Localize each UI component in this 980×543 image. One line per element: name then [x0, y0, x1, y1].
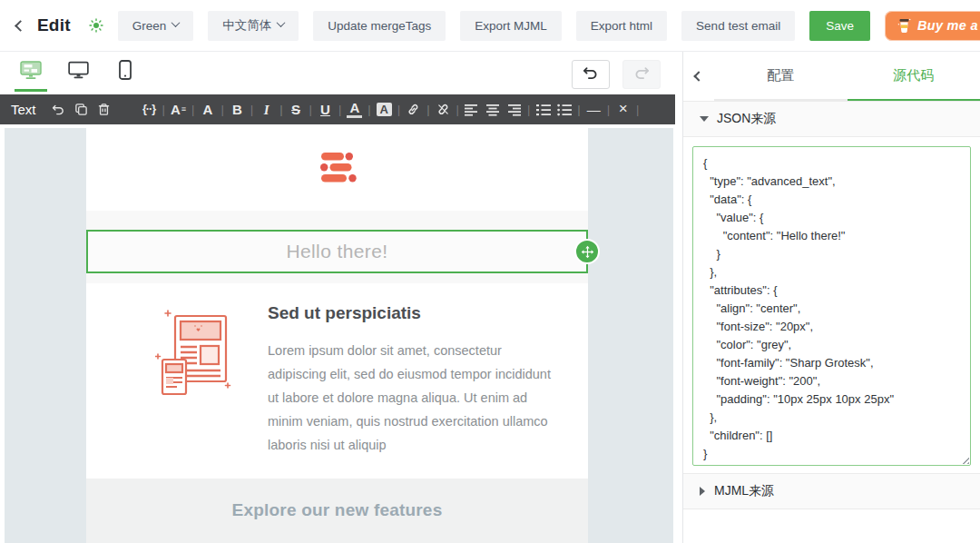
json-source-section-header[interactable]: JSON来源 [683, 101, 980, 137]
export-html-button[interactable]: Export html [576, 11, 667, 41]
collapse-panel-button[interactable] [683, 52, 714, 101]
desktop-icon [68, 61, 89, 83]
update-mergetags-button[interactable]: Update mergeTags [313, 11, 446, 41]
json-source-body: { "type": "advanced_text", "data": { "va… [683, 137, 980, 466]
redo-icon [633, 65, 650, 84]
close-toolbar-icon[interactable]: × [615, 100, 631, 118]
font-size-icon[interactable]: A≡ [171, 102, 186, 118]
editor-subbar [0, 52, 682, 94]
undo-icon [583, 65, 599, 84]
device-tabs [7, 52, 149, 94]
caret-down-icon [700, 116, 709, 122]
caret-right-icon [700, 487, 705, 496]
editor-icon [20, 61, 43, 84]
block-undo-icon[interactable] [52, 103, 65, 116]
bold-icon[interactable]: B [230, 102, 245, 118]
align-right-icon[interactable] [506, 104, 522, 116]
section-padding-strip[interactable] [86, 211, 588, 230]
brand-logo [317, 153, 358, 186]
italic-icon[interactable]: I [259, 102, 274, 118]
email-content-column: Hello there! [86, 128, 588, 543]
mjml-source-section-header[interactable]: MJML来源 [683, 473, 980, 509]
text-color-icon[interactable]: A [347, 101, 362, 118]
feature-body-text: Lorem ipsum dolor sit amet, consectetur … [268, 339, 551, 457]
underline-icon[interactable]: U [318, 102, 333, 118]
link-icon[interactable] [406, 103, 421, 116]
text-format-toolbar: Text {··} | A≡ | A | B | I | S | U | A |… [0, 94, 675, 124]
page-title: Edit [37, 15, 71, 35]
redo-button[interactable] [622, 60, 661, 89]
tab-configuration[interactable]: 配置 [714, 52, 848, 101]
strikethrough-icon[interactable]: S [289, 102, 304, 118]
feature-title: Sed ut perspiciatis [268, 303, 551, 323]
move-arrows-icon [581, 245, 594, 259]
save-button[interactable]: Save [809, 11, 870, 41]
buy-me-a-coffee-button[interactable]: Buy me a coffee [885, 11, 980, 41]
merge-tags-icon[interactable]: {··} [142, 103, 157, 116]
block-type-label: Text [11, 102, 36, 117]
chevron-down-icon [172, 18, 181, 27]
chevron-left-icon [15, 20, 26, 32]
back-button[interactable] [16, 22, 24, 30]
block-copy-icon[interactable] [74, 103, 88, 116]
align-left-icon[interactable] [465, 104, 480, 116]
tab-editor[interactable] [7, 52, 54, 92]
theme-sun-icon [89, 18, 103, 33]
settings-panel: 配置 源代码 JSON来源 { "type": "advanced_text",… [682, 52, 980, 543]
undo-button[interactable] [572, 60, 610, 89]
tab-source-code[interactable]: 源代码 [848, 52, 980, 101]
newsletter-illustration [155, 307, 233, 398]
logo-section[interactable] [86, 128, 588, 211]
panel-tabs: 配置 源代码 [683, 52, 980, 101]
theme-select[interactable]: Green [118, 11, 194, 41]
horizontal-line-icon[interactable]: — [586, 102, 602, 118]
section-padding-strip[interactable] [86, 273, 588, 283]
json-source-textarea[interactable]: { "type": "advanced_text", "data": { "va… [692, 146, 971, 466]
tab-desktop-preview[interactable] [54, 52, 102, 92]
align-center-icon[interactable] [485, 104, 501, 116]
footer-heading: Explore our new features [232, 500, 443, 543]
features-footer-section[interactable]: Explore our new features [86, 479, 588, 543]
template-background[interactable]: Hello there! [5, 128, 673, 543]
unlink-icon[interactable] [436, 103, 451, 116]
app-header: Edit Green 中文简体 Update mergeTags Export … [0, 0, 980, 52]
export-mjml-button[interactable]: Export MJML [460, 11, 562, 41]
mobile-icon [119, 60, 132, 84]
unordered-list-icon[interactable] [556, 104, 572, 116]
hello-text: Hello there! [286, 241, 387, 262]
drag-move-handle[interactable] [574, 239, 600, 264]
font-family-icon[interactable]: A [200, 102, 215, 118]
background-color-icon[interactable]: A [377, 103, 392, 117]
coffee-cup-icon [897, 17, 911, 35]
feature-section[interactable]: Sed ut perspiciatis Lorem ipsum dolor si… [86, 283, 588, 479]
block-delete-icon[interactable] [97, 103, 111, 116]
ordered-list-icon[interactable] [535, 104, 551, 116]
language-select[interactable]: 中文简体 [208, 11, 299, 41]
chevron-down-icon [277, 18, 286, 27]
tab-mobile-preview[interactable] [102, 52, 149, 92]
chevron-left-icon [693, 71, 703, 81]
selected-text-block[interactable]: Hello there! [86, 230, 588, 273]
email-canvas: Hello there! [0, 124, 675, 543]
send-test-email-button[interactable]: Send test email [681, 11, 795, 41]
